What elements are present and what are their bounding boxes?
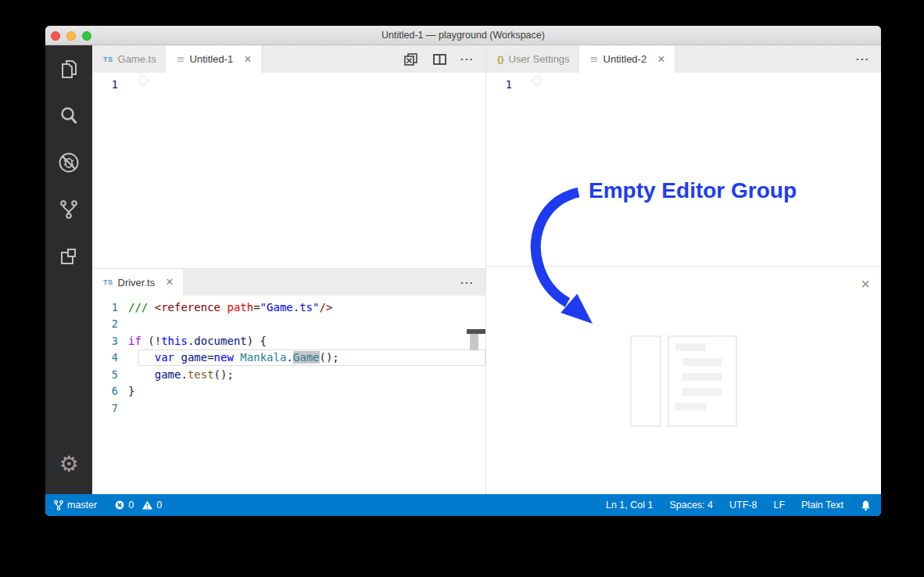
code-line[interactable]: 1/// <reference path="Game.ts"/> [92,299,485,316]
editor-driver-ts[interactable]: 1/// <reference path="Game.ts"/>23if (!t… [92,296,485,494]
error-count: 0 [128,500,134,511]
errors-icon [114,500,125,511]
empty-editor-group[interactable]: × [486,266,881,494]
line-number: 7 [92,402,128,414]
tab-untitled-1[interactable]: ≡ Untitled-1 × [166,45,261,73]
code-text: var game=new Mankala.Game(); [128,351,339,364]
empty-group-watermark [627,332,740,430]
tab-label: Game.ts [118,53,156,65]
editor-untitled-1[interactable]: 1 [92,73,485,268]
debug-disabled-icon[interactable] [45,139,92,186]
tab-label: Untitled-2 [603,53,647,65]
line-number: 1 [92,78,128,91]
scrollbar-slider[interactable] [470,334,478,350]
line-number: 6 [92,385,128,397]
code-line[interactable]: 4 var game=new Mankala.Game(); [92,349,485,367]
close-tab-icon[interactable]: × [166,276,173,288]
typescript-icon: TS [103,278,113,286]
untitled-file-icon: ≡ [590,53,599,65]
tabstrip-right-top: {} User Settings ≡ Untitled-2 × ••• [486,45,881,73]
status-bar: master 0 0 [45,494,881,516]
editor-area: TS Game.ts ≡ Untitled-1 × [92,45,881,494]
current-line-highlight [532,76,542,85]
json-braces-icon: {} [497,55,504,64]
close-tab-icon[interactable]: × [657,53,664,66]
more-actions-icon[interactable]: ••• [461,56,475,63]
indentation[interactable]: Spaces: 4 [669,500,713,511]
code-line[interactable]: 6} [92,383,485,400]
editor-actions: ••• [403,45,485,73]
more-actions-icon[interactable]: ••• [461,279,475,286]
code-line[interactable]: 7 [92,400,485,417]
cursor-position[interactable]: Ln 1, Col 1 [606,500,653,511]
encoding[interactable]: UTF-8 [729,500,757,511]
search-icon[interactable] [45,92,92,139]
vscode-window: Untitled-1 — playground (Workspace) [45,26,881,516]
close-all-editors-icon[interactable] [403,52,418,66]
line-number: 5 [92,368,128,381]
split-editor-icon[interactable] [432,52,447,66]
tab-untitled-2[interactable]: ≡ Untitled-2 × [579,45,675,73]
git-branch-indicator[interactable]: master [53,500,97,511]
line-number: 3 [92,335,128,347]
warning-count: 0 [156,500,162,511]
line-number: 4 [92,351,128,364]
zoom-window-button[interactable] [82,31,91,41]
editor-group-left: TS Game.ts ≡ Untitled-1 × [92,45,486,494]
code-line[interactable]: 5 game.test(); [92,366,485,383]
code-line[interactable]: 3if (!this.document) { [92,332,485,349]
line-number: 2 [92,317,128,330]
code-line[interactable]: 2 [92,316,485,333]
tab-label: Untitled-1 [190,53,234,65]
code-text: } [128,385,134,397]
warnings-icon [141,500,153,511]
tabstrip-left-top: TS Game.ts ≡ Untitled-1 × [92,45,485,73]
settings-gear-icon[interactable]: ⚙ [45,441,92,488]
code-line[interactable]: 1 [92,76,485,93]
code-line[interactable]: 1 [486,76,881,93]
source-control-icon[interactable] [45,186,92,233]
line-number: 1 [92,301,128,314]
untitled-file-icon: ≡ [177,53,185,65]
driver-code-lines: 1/// <reference path="Game.ts"/>23if (!t… [92,299,485,417]
code-text: /// <reference path="Game.ts"/> [128,301,332,314]
more-actions-icon[interactable]: ••• [857,56,870,63]
editor-group-right: {} User Settings ≡ Untitled-2 × ••• 1 [486,45,881,494]
branch-name: master [67,500,97,511]
language-mode[interactable]: Plain Text [801,500,843,511]
typescript-icon: TS [103,56,113,63]
editor-untitled-2[interactable]: 1 [486,73,881,266]
bell-icon [860,500,872,511]
problems-indicator[interactable]: 0 0 [114,500,162,511]
traffic-lights [51,31,91,41]
window-title: Untitled-1 — playground (Workspace) [381,30,545,41]
tabstrip-left-bottom: TS Driver.ts × ••• [92,268,485,296]
files-explorer-icon[interactable] [45,45,92,92]
screenshot-canvas: Untitled-1 — playground (Workspace) [0,0,924,577]
current-line-highlight [138,76,148,85]
line-number: 1 [486,78,522,91]
title-bar[interactable]: Untitled-1 — playground (Workspace) [45,26,881,45]
close-window-button[interactable] [51,31,60,41]
tab-game-ts[interactable]: TS Game.ts [92,45,166,73]
tab-user-settings[interactable]: {} User Settings [486,45,579,73]
code-text: if (!this.document) { [128,335,267,347]
close-tab-icon[interactable]: × [244,53,251,66]
tab-label: User Settings [509,53,570,65]
git-branch-icon [53,500,63,511]
tab-label: Driver.ts [118,277,156,288]
minimize-window-button[interactable] [66,31,76,41]
notifications-bell[interactable] [860,500,872,511]
watermark-sidebar-shape [630,335,661,427]
close-group-icon[interactable]: × [861,276,870,292]
extensions-icon[interactable] [45,233,92,280]
activity-bar: ⚙ [45,45,92,494]
code-text: game.test(); [128,368,234,381]
eol-sequence[interactable]: LF [773,500,785,511]
tab-driver-ts[interactable]: TS Driver.ts × [92,269,183,296]
